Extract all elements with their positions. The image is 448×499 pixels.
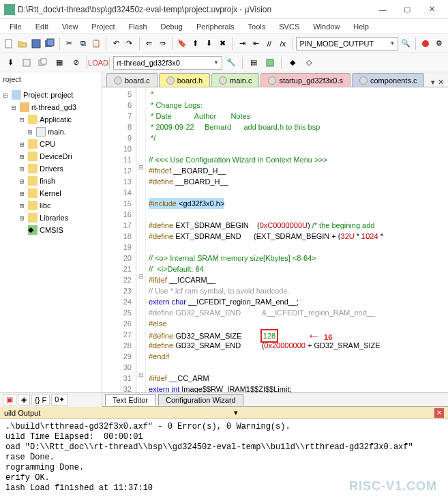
tree-group-application[interactable]: ⊟Applicatic xyxy=(1,113,100,126)
code-area[interactable]: * * Change Logs: * Date Author Notes * 2… xyxy=(146,87,448,393)
tree-group-cmsis[interactable]: ◆CMSIS xyxy=(1,224,100,236)
cut-icon[interactable]: ✂ xyxy=(63,36,76,51)
menu-debug[interactable]: Debug xyxy=(155,21,188,32)
editor-bottom-tabs: Text Editor Configuration Wizard xyxy=(102,393,448,407)
tree-root[interactable]: ⊟Project: project xyxy=(1,89,100,101)
translate-icon[interactable]: ⬇ xyxy=(3,55,18,70)
bookmark-prev-icon[interactable]: ⬆ xyxy=(190,36,202,51)
manage-icon[interactable]: ▤ xyxy=(246,55,261,70)
pack-icon[interactable]: ◆ xyxy=(285,55,300,70)
tree-group-finsh[interactable]: ⊞finsh xyxy=(1,175,100,187)
save-all-icon[interactable] xyxy=(44,36,56,51)
manage-rte-icon[interactable] xyxy=(263,55,278,70)
build-output-pin-icon[interactable]: ▾ xyxy=(234,408,238,417)
menu-flash[interactable]: Flash xyxy=(123,21,153,32)
batch-build-icon[interactable]: ▦ xyxy=(52,55,67,70)
tree-group-libraries[interactable]: ⊞Libraries xyxy=(1,212,100,224)
target-combo[interactable]: rt-thread_gd32f3x0▼ xyxy=(113,56,222,70)
tab-boardc[interactable]: board.c xyxy=(106,73,158,87)
pack2-icon[interactable]: ◇ xyxy=(301,55,316,70)
tab-config-wizard[interactable]: Configuration Wizard xyxy=(158,394,243,405)
svg-rect-7 xyxy=(41,59,46,64)
window-title: D:\Rtt_doc\rt-thread\bsp\gd32450z-eval-t… xyxy=(18,5,370,14)
tree-group-kernel[interactable]: ⊞Kernel xyxy=(1,187,100,199)
tree-target[interactable]: ⊟rt-thread_gd3 xyxy=(1,101,100,113)
menu-help[interactable]: Help xyxy=(348,21,374,32)
build-output-title: uild Output xyxy=(4,409,40,417)
svg-rect-0 xyxy=(5,40,12,48)
annotation-16: ← 16 xyxy=(307,328,332,343)
stop-build-icon[interactable]: ⊘ xyxy=(68,55,83,70)
tab-dropdown-icon[interactable]: ▾ xyxy=(431,78,435,87)
target-options-icon[interactable]: 🔧 xyxy=(224,55,239,70)
menu-peripherals[interactable]: Peripherals xyxy=(191,21,240,32)
config-icon[interactable]: ⚙ xyxy=(433,36,445,51)
svg-rect-8 xyxy=(267,59,273,66)
menu-project[interactable]: Project xyxy=(86,21,120,32)
tab-startup[interactable]: startup_gd32f3x0.s xyxy=(260,73,350,87)
main-split: roject ⊟Project: project ⊟rt-thread_gd3 … xyxy=(0,72,448,407)
panel-tab-project-icon[interactable]: ▣ xyxy=(3,394,16,405)
tree-group-libc[interactable]: ⊞libc xyxy=(1,199,100,212)
tree-group-drivers[interactable]: ⊞Drivers xyxy=(1,162,100,175)
bookmark-clear-icon[interactable]: ✖ xyxy=(217,36,229,51)
rebuild-icon[interactable] xyxy=(35,55,50,70)
redo-icon[interactable]: ↷ xyxy=(123,36,136,51)
svg-rect-3 xyxy=(47,39,54,46)
menu-file[interactable]: File xyxy=(4,21,27,32)
watermark: RISC-V1.COM xyxy=(349,479,437,494)
panel-tab-func-icon[interactable]: {} F xyxy=(31,395,50,405)
tree-group-cpu[interactable]: ⊞CPU xyxy=(1,138,100,150)
menu-svcs[interactable]: SVCS xyxy=(273,21,305,32)
debug-icon[interactable] xyxy=(419,36,432,51)
undo-icon[interactable]: ↶ xyxy=(110,36,122,51)
maximize-button[interactable]: ▢ xyxy=(395,1,419,18)
svg-rect-1 xyxy=(32,40,40,48)
build-output-close-icon[interactable]: ✕ xyxy=(434,408,444,418)
panel-tab-books-icon[interactable]: ◈ xyxy=(18,394,30,405)
copy-icon[interactable]: ⧉ xyxy=(77,36,89,51)
svg-rect-5 xyxy=(23,59,30,66)
tab-close-icon[interactable]: ✕ xyxy=(438,78,444,87)
app-icon xyxy=(4,4,15,15)
minimize-button[interactable]: — xyxy=(370,1,395,18)
nav-back-icon[interactable]: ⇐ xyxy=(143,36,155,51)
bookmark-icon[interactable]: 🔖 xyxy=(176,36,188,51)
close-button[interactable]: ✕ xyxy=(419,1,444,18)
tree-group-devicedri[interactable]: ⊞DeviceDri xyxy=(1,150,100,162)
tab-text-editor[interactable]: Text Editor xyxy=(105,394,155,405)
build-icon[interactable] xyxy=(19,55,34,70)
menu-edit[interactable]: Edit xyxy=(30,21,54,32)
code-editor[interactable]: 5678910111213141516171819202122232425262… xyxy=(102,87,448,393)
tab-components[interactable]: components.c xyxy=(352,73,424,87)
menu-window[interactable]: Window xyxy=(308,21,345,32)
open-icon[interactable] xyxy=(16,36,29,51)
panel-tab-temp-icon[interactable]: 0✦ xyxy=(51,394,68,405)
tab-main[interactable]: main.c xyxy=(211,73,259,87)
paste-icon[interactable]: 📋 xyxy=(90,36,102,51)
project-panel-header: roject xyxy=(0,72,102,86)
find-combo[interactable]: PIN_MODE_OUTPUT▼ xyxy=(296,37,398,51)
nav-fwd-icon[interactable]: ⇒ xyxy=(156,36,168,51)
uncomment-icon[interactable]: /x xyxy=(277,36,289,51)
tab-boardh[interactable]: board.h xyxy=(159,73,210,87)
editor-column: board.c board.h main.c startup_gd32f3x0.… xyxy=(102,72,448,407)
save-icon[interactable] xyxy=(30,36,42,51)
menu-view[interactable]: View xyxy=(57,21,84,32)
indent-icon[interactable]: ⇥ xyxy=(236,36,248,51)
project-tree[interactable]: ⊟Project: project ⊟rt-thread_gd3 ⊟Applic… xyxy=(0,86,102,392)
download-icon[interactable]: LOAD xyxy=(91,55,106,70)
bookmark-next-icon[interactable]: ⬇ xyxy=(203,36,215,51)
fold-gutter[interactable]: ⊟⊟⊟ xyxy=(136,87,146,393)
outdent-icon[interactable]: ⇤ xyxy=(250,36,262,51)
window-titlebar: D:\Rtt_doc\rt-thread\bsp\gd32450z-eval-t… xyxy=(0,0,448,19)
menu-tools[interactable]: Tools xyxy=(243,21,271,32)
new-icon[interactable] xyxy=(3,36,15,51)
tree-file-main[interactable]: ⊞main. xyxy=(1,126,100,138)
comment-icon[interactable]: // xyxy=(263,36,275,51)
menu-bar: File Edit View Project Flash Debug Perip… xyxy=(0,19,448,34)
find-icon[interactable]: 🔍 xyxy=(400,36,412,51)
project-panel: roject ⊟Project: project ⊟rt-thread_gd3 … xyxy=(0,72,102,407)
build-output-header: uild Output ▾ ✕ xyxy=(0,407,448,419)
project-panel-tabs: ▣ ◈ {} F 0✦ xyxy=(0,392,102,407)
